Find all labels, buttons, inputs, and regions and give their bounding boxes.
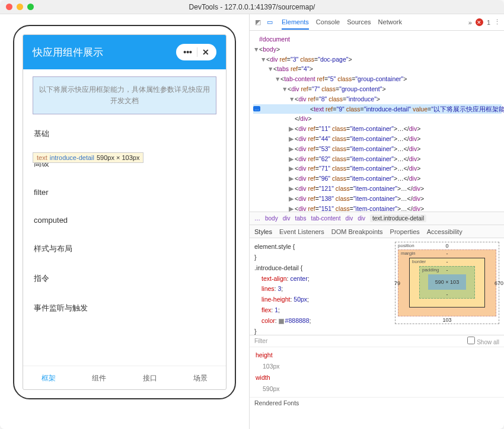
more-tabs-icon[interactable]: » [468, 19, 472, 26]
breadcrumb-item[interactable]: … [254, 215, 260, 222]
settings-icon[interactable]: ⋮ [494, 18, 500, 26]
app-header: 快应用组件展示 ••• ✕ [23, 35, 226, 69]
device-frame: 快应用组件展示 ••• ✕ 以下将展示快应用框架能力，具体属性参数详见快应用开发… [13, 25, 236, 399]
breadcrumb-item[interactable]: tab-content [311, 215, 340, 222]
devtools-toolbar: ◩ ▭ ElementsConsoleSourcesNetwork » ✕ 1 … [250, 14, 504, 31]
styles-tab[interactable]: Accessibility [427, 228, 462, 235]
footer-tab[interactable]: 场景 [176, 366, 227, 389]
more-button[interactable]: ••• [178, 47, 197, 57]
error-badge-icon[interactable]: ✕ [476, 18, 483, 26]
css-rules-panel[interactable]: element.style { } .introduce-detail { te… [250, 238, 390, 335]
devtools-tab[interactable]: Console [316, 18, 340, 26]
inspect-tooltip: textintroduce-detail 590px × 103px [33, 152, 143, 163]
styles-tab[interactable]: DOM Breakpoints [331, 228, 383, 235]
window-title: DevTools - 127.0.0.1:41397/sourcemap/ [0, 3, 504, 11]
breadcrumb-item[interactable]: body [265, 215, 278, 222]
footer-tab-bar: 框架组件接口场景 [23, 366, 226, 389]
footer-tab[interactable]: 组件 [74, 366, 125, 389]
introduce-detail-text: 以下将展示快应用框架能力，具体属性参数详见快应用开发文档 [33, 76, 216, 114]
show-all-checkbox[interactable]: Show all [467, 337, 499, 345]
list-item[interactable]: 指令 [23, 264, 226, 293]
breadcrumb-item[interactable]: div [345, 215, 353, 222]
list-item[interactable]: 样式与布局 [23, 234, 226, 264]
breadcrumb-item[interactable]: tabs [295, 215, 306, 222]
list-item[interactable]: 事件监听与触发 [23, 293, 226, 323]
list-item[interactable]: filter [23, 178, 226, 206]
devtools-tab[interactable]: Network [378, 18, 402, 26]
styles-tab-bar[interactable]: StylesEvent ListenersDOM BreakpointsProp… [250, 225, 504, 238]
filter-label[interactable]: Filter [254, 338, 267, 344]
list-item[interactable]: 基础 [23, 119, 226, 149]
device-preview-pane: 快应用组件展示 ••• ✕ 以下将展示快应用框架能力，具体属性参数详见快应用开发… [0, 14, 249, 429]
box-model-panel: position 0 margin - border - padding - 5… [390, 238, 504, 335]
footer-tab[interactable]: 接口 [125, 366, 176, 389]
error-count: 1 [487, 19, 490, 26]
styles-tab[interactable]: Styles [254, 228, 272, 235]
breadcrumb-item[interactable]: div [283, 215, 291, 222]
inspect-icon[interactable]: ◩ [253, 18, 263, 26]
computed-list[interactable]: height103pxwidth590px [250, 347, 504, 397]
rendered-fonts-label: Rendered Fonts [250, 397, 504, 408]
devtools-pane: ◩ ▭ ElementsConsoleSourcesNetwork » ✕ 1 … [249, 14, 504, 429]
device-mode-icon[interactable]: ▭ [265, 18, 275, 26]
breadcrumb-bar[interactable]: …bodydivtabstab-contentdivdivtext.introd… [250, 212, 504, 225]
breadcrumb-item[interactable]: div [358, 215, 365, 222]
app-title: 快应用组件展示 [33, 46, 103, 59]
breadcrumb-item[interactable]: text.introduce-detail [370, 214, 426, 222]
footer-tab[interactable]: 框架 [23, 366, 74, 389]
dom-tree[interactable]: #document▼<body>▼<div ref="3" class="doc… [250, 31, 504, 212]
close-button[interactable]: ✕ [197, 47, 214, 57]
styles-tab[interactable]: Properties [390, 228, 420, 235]
devtools-tab[interactable]: Elements [282, 18, 309, 30]
devtools-tab[interactable]: Sources [347, 18, 371, 26]
styles-tab[interactable]: Event Listeners [279, 228, 324, 235]
list-item[interactable]: computed [23, 206, 226, 234]
